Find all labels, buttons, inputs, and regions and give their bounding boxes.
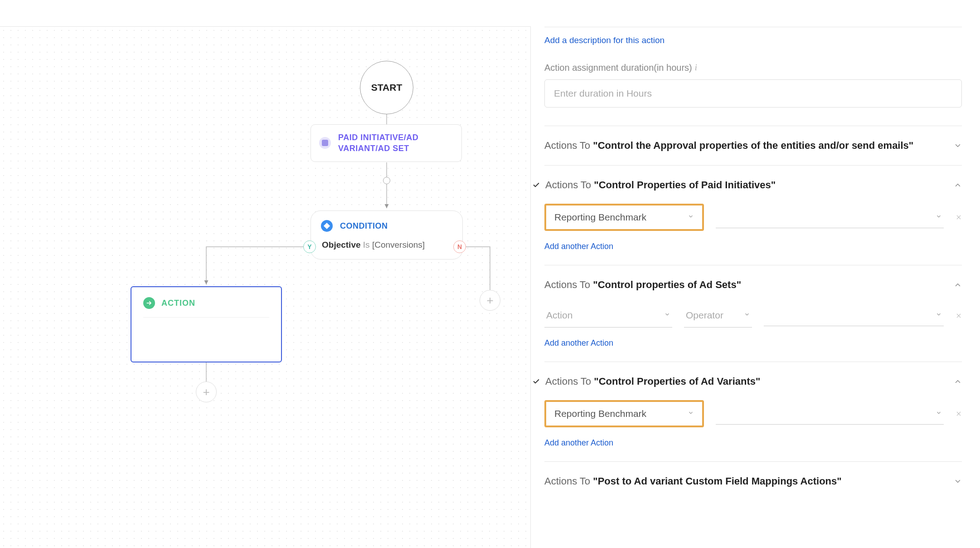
action-row: Action Operator <box>544 303 962 328</box>
chevron-down-icon <box>954 477 962 485</box>
workflow-canvas[interactable]: START PAID INITIATIVE/AD VARIANT/AD SET … <box>0 26 530 548</box>
action-label: ACTION <box>161 298 195 308</box>
no-badge: N <box>453 240 466 253</box>
chevron-down-icon <box>664 311 670 319</box>
entity-label: PAID INITIATIVE/AD VARIANT/AD SET <box>338 132 453 154</box>
add-description-link[interactable]: Add a description for this action <box>544 35 962 45</box>
operator-dropdown[interactable]: Operator <box>684 303 752 328</box>
diamond-icon <box>321 220 333 232</box>
chevron-down-icon <box>936 410 942 418</box>
section-advariants-header[interactable]: Actions To "Control Properties of Ad Var… <box>544 376 962 387</box>
section-paid-initiatives: Actions To "Control Properties of Paid I… <box>544 166 962 265</box>
check-icon <box>533 378 542 385</box>
duration-section: Action assignment duration(in hours) i <box>544 63 962 108</box>
entity-node[interactable]: PAID INITIATIVE/AD VARIANT/AD SET <box>310 124 462 162</box>
chevron-down-icon <box>688 213 694 221</box>
panel-body: Add a description for this action Action… <box>531 27 980 548</box>
add-another-action-link[interactable]: Add another Action <box>544 242 613 251</box>
add-node-button[interactable]: + <box>480 290 500 311</box>
action-row: Reporting Benchmark <box>544 204 962 231</box>
action-dropdown[interactable]: Reporting Benchmark <box>544 204 704 231</box>
section-paid-header[interactable]: Actions To "Control Properties of Paid I… <box>544 179 962 191</box>
action-row: Reporting Benchmark <box>544 400 962 427</box>
duration-input[interactable] <box>544 79 962 108</box>
add-another-action-link[interactable]: Add another Action <box>544 438 613 447</box>
start-node[interactable]: START <box>360 61 413 114</box>
value-dropdown[interactable] <box>716 403 944 425</box>
action-dropdown[interactable]: Reporting Benchmark <box>544 400 704 427</box>
top-bar <box>0 0 980 26</box>
chevron-down-icon <box>936 311 942 319</box>
section-ad-variants: Actions To "Control Properties of Ad Var… <box>544 362 962 462</box>
edit-action-panel: Edit Action Add a description for this a… <box>530 0 980 548</box>
chevron-down-icon <box>688 410 694 418</box>
remove-row-button[interactable] <box>956 214 962 220</box>
action-node[interactable]: ACTION <box>131 286 282 362</box>
chevron-down-icon <box>744 311 750 319</box>
action-dropdown[interactable]: Action <box>544 303 672 328</box>
section-title: Actions To "Post to Ad variant Custom Fi… <box>544 475 842 487</box>
chevron-down-icon <box>954 142 962 150</box>
section-title: Actions To "Control the Approval propert… <box>544 140 913 152</box>
add-node-button[interactable]: + <box>196 382 217 402</box>
info-icon[interactable]: i <box>695 63 697 73</box>
check-icon <box>533 181 542 189</box>
remove-row-button[interactable] <box>956 313 962 319</box>
connector-dot <box>383 177 390 184</box>
condition-detail: Objective Is [Conversions] <box>321 240 452 250</box>
section-adsets-header[interactable]: Actions To "Control properties of Ad Set… <box>544 279 962 291</box>
chevron-down-icon <box>936 213 942 221</box>
section-title: Actions To "Control Properties of Paid I… <box>545 179 776 191</box>
chevron-up-icon <box>954 377 962 386</box>
duration-label: Action assignment duration(in hours) i <box>544 63 962 73</box>
add-another-action-link[interactable]: Add another Action <box>544 338 613 347</box>
section-approval: Actions To "Control the Approval propert… <box>544 126 962 166</box>
section-title: Actions To "Control properties of Ad Set… <box>544 279 741 291</box>
section-ad-sets: Actions To "Control properties of Ad Set… <box>544 265 962 362</box>
chevron-up-icon <box>954 281 962 289</box>
start-label: START <box>371 82 402 93</box>
condition-label: CONDITION <box>340 221 388 231</box>
arrow-right-circle-icon <box>143 297 155 309</box>
section-post: Actions To "Post to Ad variant Custom Fi… <box>544 462 962 501</box>
yes-badge: Y <box>303 240 316 253</box>
value-dropdown[interactable] <box>716 207 944 228</box>
value-dropdown[interactable] <box>764 305 944 326</box>
chevron-up-icon <box>954 181 962 189</box>
flow-container: START PAID INITIATIVE/AD VARIANT/AD SET … <box>0 27 530 548</box>
entity-icon <box>319 137 331 149</box>
section-title: Actions To "Control Properties of Ad Var… <box>545 376 760 387</box>
section-approval-header[interactable]: Actions To "Control the Approval propert… <box>544 140 962 152</box>
condition-node[interactable]: CONDITION Objective Is [Conversions] <box>310 210 463 259</box>
section-post-header[interactable]: Actions To "Post to Ad variant Custom Fi… <box>544 475 962 487</box>
remove-row-button[interactable] <box>956 411 962 417</box>
